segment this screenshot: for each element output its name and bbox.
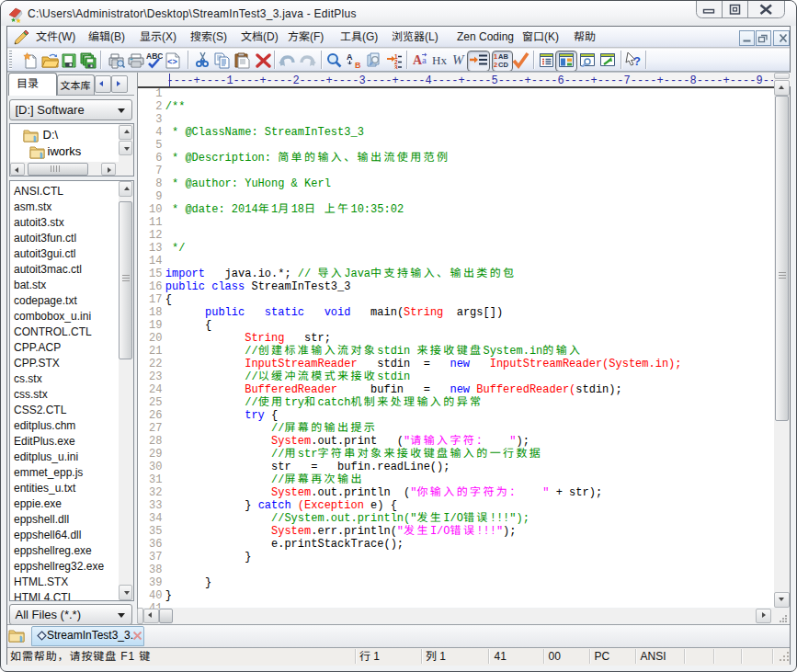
svg-text:B: B (355, 61, 361, 69)
svg-text:W: W (452, 52, 465, 67)
svg-text:a: a (422, 54, 427, 65)
svg-text:?: ? (633, 54, 641, 68)
svg-text:Hx: Hx (432, 53, 447, 67)
svg-text:ABC: ABC (146, 51, 163, 61)
svg-text:A: A (347, 52, 353, 62)
svg-text:3: 3 (394, 64, 398, 70)
svg-text:<>: <> (167, 58, 177, 67)
svg-text:CD: CD (498, 61, 508, 68)
svg-text:2: 2 (494, 61, 497, 68)
